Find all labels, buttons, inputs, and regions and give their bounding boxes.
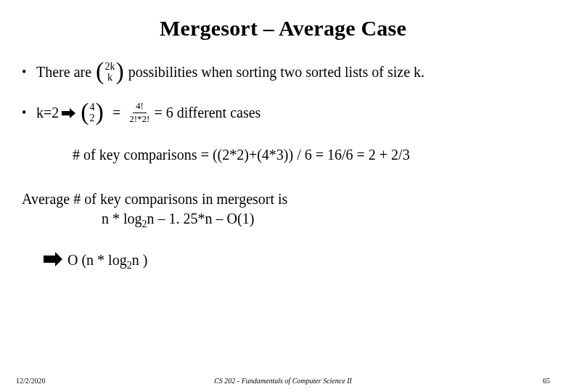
footer-date: 12/2/2020 (16, 377, 46, 385)
text-there-are: There are (36, 64, 91, 81)
arrow-right-icon (44, 251, 60, 267)
frac-denominator: 2!*2! (129, 113, 149, 124)
binom-bottom: 2 (90, 113, 95, 123)
binomial-4-2: ( 4 2 ) (81, 100, 104, 125)
avg-line-2: n * log2n – 1. 25*n – O(1) (102, 211, 544, 230)
subscript-2: 2 (142, 219, 147, 229)
slide: Mergesort – Average Case • There are ( 2… (0, 0, 566, 392)
bullet-row-2: • k=2 ( 4 2 ) = 4! 2!*2! = 6 different c… (22, 100, 544, 125)
binomial-2k-k: ( 2k k ) (96, 60, 124, 84)
big-o-post: n ) (132, 252, 148, 268)
binom-top: 2k (104, 61, 115, 72)
left-paren-icon: ( (96, 59, 104, 83)
binom-bottom: k (107, 72, 112, 83)
text-possibilities: possibilities when sorting two sorted li… (128, 64, 424, 81)
slide-footer: 12/2/2020 CS 202 - Fundamentals of Compu… (0, 377, 566, 385)
binom-top: 4 (90, 102, 95, 113)
bullet-icon: • (22, 106, 29, 119)
key-comparisons-line: # of key comparisons = ((2*2)+(4*3)) / 6… (73, 147, 544, 163)
nlogn-post: n – 1. 25*n – O(1) (147, 211, 255, 226)
binom-stack: 2k k (104, 61, 115, 83)
big-o-pre: O (n * log (67, 252, 127, 268)
right-paren-icon: ) (96, 99, 104, 124)
subscript-2: 2 (127, 260, 132, 271)
footer-course: CS 202 - Fundamentals of Computer Scienc… (214, 377, 352, 385)
avg-line-1: Average # of key comparisons in mergesor… (22, 191, 544, 208)
binom-stack: 4 2 (89, 102, 96, 124)
frac-numerator: 4! (133, 101, 147, 113)
left-paren-icon: ( (81, 99, 89, 124)
bullet-row-1: • There are ( 2k k ) possibilities when … (22, 60, 544, 84)
right-paren-icon: ) (115, 59, 123, 83)
slide-title: Mergesort – Average Case (22, 16, 544, 41)
nlogn-pre: n * log (102, 211, 142, 226)
equals-1: = (112, 105, 120, 121)
conclusion-line: O (n * log2n ) (44, 249, 544, 271)
fraction: 4! 2!*2! (129, 101, 149, 124)
equals-6-cases: = 6 different cases (154, 105, 261, 121)
arrow-right-icon (62, 107, 73, 119)
text-k2: k=2 (36, 105, 59, 121)
bullet-icon: • (22, 65, 29, 78)
footer-page-number: 65 (543, 377, 550, 385)
